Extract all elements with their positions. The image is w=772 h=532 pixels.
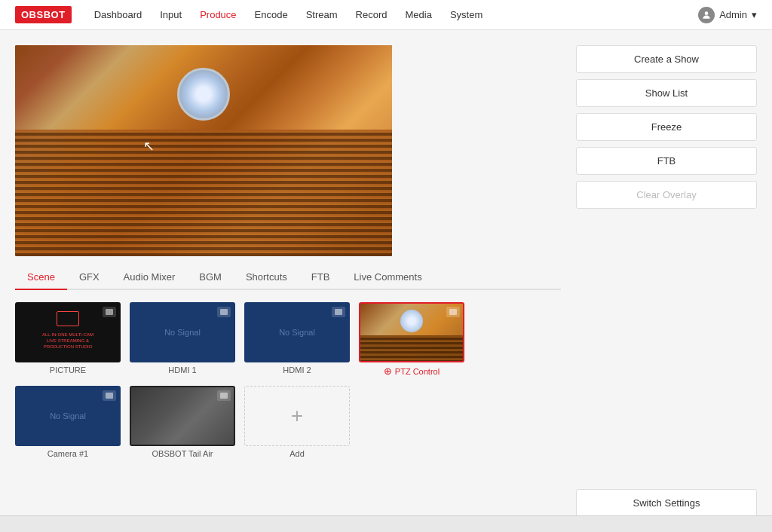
thumb-icon-hdmi1	[217, 307, 231, 317]
ptz-ceiling-light	[400, 310, 423, 332]
cursor-icon: ↖	[143, 138, 157, 151]
nav-item-stream[interactable]: Stream	[306, 9, 338, 20]
scene-thumb-obsbot	[130, 386, 235, 446]
scene-label-hdmi2: HDMI 2	[283, 365, 311, 375]
nav-item-dashboard[interactable]: Dashboard	[94, 9, 142, 20]
no-signal-hdmi2: No Signal	[279, 328, 315, 337]
user-name: Admin	[719, 9, 747, 20]
tab-shortcuts[interactable]: Shortcuts	[234, 265, 299, 290]
nav-bar: Dashboard Input Produce Encode Stream Re…	[94, 9, 676, 20]
chevron-down-icon: ▾	[752, 9, 757, 20]
nav-item-system[interactable]: System	[450, 9, 482, 20]
nav-item-input[interactable]: Input	[160, 9, 182, 20]
header: OBSBOT Dashboard Input Produce Encode St…	[0, 0, 772, 30]
switch-settings-button[interactable]: Switch Settings	[576, 489, 757, 517]
show-list-button[interactable]: Show List	[576, 79, 757, 107]
preview-image: ↖	[15, 45, 392, 256]
nav-item-record[interactable]: Record	[356, 9, 388, 20]
scene-label-ptz: PTZ Control	[395, 367, 440, 376]
tab-live-comments[interactable]: Live Comments	[342, 265, 433, 290]
tab-gfx[interactable]: GFX	[67, 265, 112, 290]
avatar-icon	[698, 7, 715, 23]
scene-item-add[interactable]: + Add	[244, 386, 350, 458]
right-panel: Create a Show Show List Freeze FTB Clear…	[576, 45, 757, 517]
blinds-overlay	[15, 130, 392, 256]
scene-thumb-add: +	[244, 386, 350, 446]
add-plus-icon: +	[291, 404, 303, 428]
scene-thumb-picture: ALL-IN-ONE MULTI-CAMLIVE STREAMING &PROD…	[15, 302, 121, 362]
scene-grid: ALL-IN-ONE MULTI-CAMLIVE STREAMING &PROD…	[15, 302, 561, 458]
scene-item-hdmi2[interactable]: No Signal HDMI 2	[244, 302, 350, 377]
left-panel: ↖ Scene GFX Audio Mixer BGM Shortcuts FT…	[15, 45, 561, 517]
picture-thumb-text: ALL-IN-ONE MULTI-CAMLIVE STREAMING &PROD…	[39, 329, 96, 353]
scene-label-obsbot: OBSBOT Tail Air	[152, 449, 213, 458]
scene-item-ptz[interactable]: ⊕ PTZ Control	[359, 302, 464, 377]
ptz-plus-icon: ⊕	[384, 365, 392, 377]
scene-label-hdmi1: HDMI 1	[168, 365, 196, 375]
ptz-label-row: ⊕ PTZ Control	[384, 365, 440, 377]
scene-item-picture[interactable]: ALL-IN-ONE MULTI-CAMLIVE STREAMING &PROD…	[15, 302, 121, 377]
spacer	[576, 215, 757, 483]
thumb-icon-hdmi2	[332, 307, 345, 317]
scene-label-camera1: Camera #1	[47, 449, 88, 458]
footer	[0, 515, 772, 532]
scene-thumb-camera1: No Signal	[15, 386, 121, 446]
ftb-button[interactable]: FTB	[576, 147, 757, 175]
create-show-button[interactable]: Create a Show	[576, 45, 757, 73]
scene-item-camera1[interactable]: No Signal Camera #1	[15, 386, 121, 458]
preview-container: ↖	[15, 45, 392, 256]
ptz-blinds	[360, 335, 463, 361]
scene-tabs: Scene GFX Audio Mixer BGM Shortcuts FTB …	[15, 265, 561, 290]
thumb-icon-picture	[103, 307, 116, 317]
no-signal-camera1: No Signal	[50, 411, 86, 420]
svg-point-0	[705, 11, 709, 15]
scene-thumb-hdmi2: No Signal	[244, 302, 350, 362]
no-signal-hdmi1: No Signal	[164, 328, 201, 337]
thumb-icon-obsbot	[217, 390, 231, 401]
nav-item-media[interactable]: Media	[406, 9, 432, 20]
main-content: ↖ Scene GFX Audio Mixer BGM Shortcuts FT…	[0, 30, 772, 532]
scene-thumb-ptz	[359, 302, 464, 362]
nav-item-produce[interactable]: Produce	[200, 9, 236, 20]
scene-item-obsbot[interactable]: OBSBOT Tail Air	[130, 386, 235, 458]
clear-overlay-button[interactable]: Clear Overlay	[576, 181, 757, 209]
tab-scene[interactable]: Scene	[15, 265, 67, 290]
scene-label-add: Add	[290, 449, 305, 458]
user-menu[interactable]: Admin ▾	[698, 7, 757, 23]
ceiling-light	[177, 68, 230, 121]
scene-item-hdmi1[interactable]: No Signal HDMI 1	[130, 302, 235, 377]
thumb-icon-ptz	[446, 307, 460, 317]
picture-box-icon	[57, 311, 79, 326]
nav-item-encode[interactable]: Encode	[255, 9, 288, 20]
tab-audio-mixer[interactable]: Audio Mixer	[112, 265, 188, 290]
tab-bgm[interactable]: BGM	[187, 265, 234, 290]
freeze-button[interactable]: Freeze	[576, 113, 757, 141]
scene-label-picture: PICTURE	[50, 365, 86, 375]
thumb-icon-camera1	[103, 390, 116, 401]
tab-ftb[interactable]: FTB	[299, 265, 342, 290]
scene-thumb-hdmi1: No Signal	[130, 302, 235, 362]
logo: OBSBOT	[15, 6, 72, 23]
